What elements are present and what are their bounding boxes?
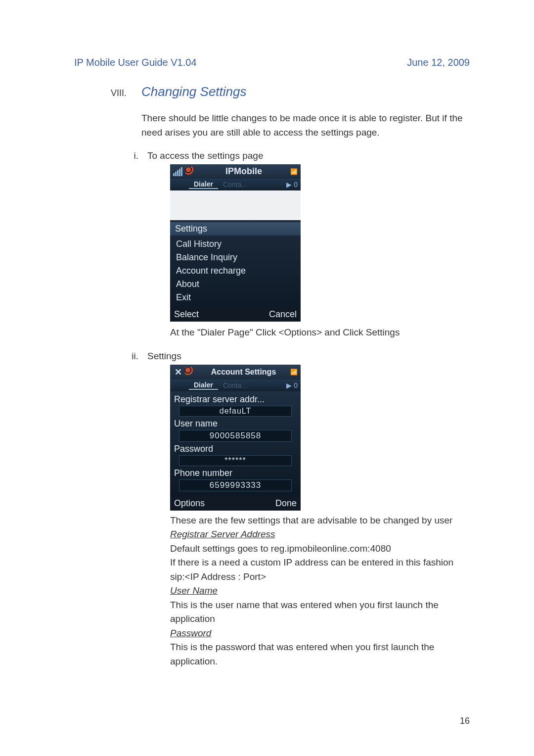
app-logo-icon: [185, 167, 195, 177]
menu-item[interactable]: Exit: [170, 291, 301, 304]
tab-dialer[interactable]: Dialer: [189, 180, 218, 189]
step-number: ii.: [127, 351, 138, 362]
softkey-select[interactable]: Select: [174, 309, 199, 320]
tab-contacts[interactable]: Conta...: [218, 381, 252, 389]
tab-more-arrow-icon[interactable]: ▶ 0: [286, 381, 298, 389]
subhead-registrar: Registrar Server Address: [170, 527, 470, 542]
field-label-username: User name: [174, 419, 297, 429]
username-input[interactable]: 9000585858: [179, 430, 292, 442]
menu-item[interactable]: About: [170, 278, 301, 291]
tab-dialer[interactable]: Dialer: [189, 381, 218, 390]
tab-contacts[interactable]: Conta...: [218, 181, 252, 189]
body-text: Default settings goes to reg.ipmobileonl…: [170, 542, 470, 556]
registrar-input[interactable]: defauLT: [179, 406, 292, 417]
screenshot-account-settings: ✕ Account Settings 📶 Dialer Conta... ▶ 0…: [170, 365, 301, 511]
body-text: This is the user name that was entered w…: [170, 598, 470, 626]
status-icon: 📶: [290, 369, 298, 376]
menu-item-settings[interactable]: Settings: [170, 222, 301, 236]
softkey-options[interactable]: Options: [174, 498, 205, 509]
body-text: If there is a need a custom IP address c…: [170, 556, 470, 570]
document-page: IP Mobile User Guide V1.04 June 12, 2009…: [0, 0, 534, 756]
field-label-password: Password: [174, 444, 297, 454]
step-number: i.: [127, 150, 138, 161]
screenshot-caption: At the "Dialer Page" Click <Options> and…: [170, 326, 470, 340]
section-title: Changing Settings: [141, 84, 246, 99]
header-title: IP Mobile User Guide V1.04: [74, 57, 197, 68]
softkey-cancel[interactable]: Cancel: [269, 309, 297, 320]
app-logo-icon: [185, 367, 195, 377]
menu-item[interactable]: Call History: [170, 237, 301, 251]
step-label: Settings: [147, 351, 181, 362]
screen-title: Account Settings: [197, 368, 290, 377]
field-label-phone: Phone number: [174, 468, 297, 478]
password-input[interactable]: ******: [179, 455, 292, 466]
header-date: June 12, 2009: [407, 57, 470, 68]
body-text: These are the few settings that are advi…: [170, 514, 470, 528]
signal-bars-icon: [173, 167, 182, 176]
close-icon[interactable]: ✕: [173, 367, 183, 378]
subhead-username: User Name: [170, 584, 470, 598]
app-title: IPMobile: [197, 166, 290, 177]
phone-input[interactable]: 6599993333: [179, 479, 292, 491]
page-number: 16: [460, 716, 470, 726]
menu-item[interactable]: Account recharge: [170, 264, 301, 278]
softkey-done[interactable]: Done: [275, 498, 297, 509]
screenshot-options-menu: IPMobile 📶 Dialer Conta... ▶ 0 Settings …: [170, 164, 301, 322]
body-text: sip:<IP Address : Port>: [170, 570, 470, 584]
subhead-password: Password: [170, 626, 470, 641]
tab-more-arrow-icon[interactable]: ▶ 0: [286, 181, 298, 189]
section-roman: VIII.: [104, 88, 127, 98]
status-icon: 📶: [290, 168, 298, 175]
body-text: This is the password that was entered wh…: [170, 640, 470, 668]
step-label: To access the settings page: [147, 150, 263, 161]
menu-item[interactable]: Balance Inquiry: [170, 251, 301, 264]
field-label-registrar: Registrar server addr...: [174, 394, 297, 405]
section-intro: There should be little changes to be mad…: [141, 111, 470, 140]
options-menu: Settings Call History Balance Inquiry Ac…: [170, 220, 301, 307]
